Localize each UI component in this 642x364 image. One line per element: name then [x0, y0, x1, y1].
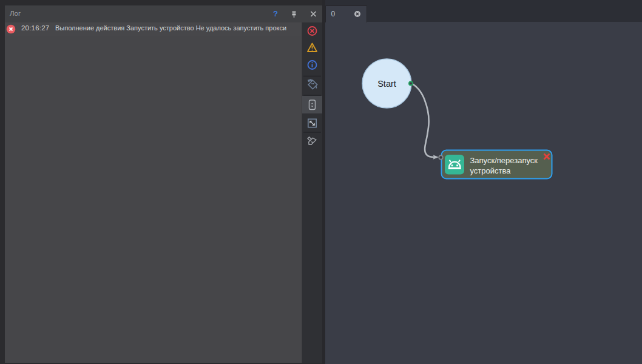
svg-text:Запуск/перезапуск: Запуск/перезапуск [470, 156, 538, 165]
svg-text:0: 0 [331, 10, 336, 18]
svg-text:устройства: устройства [470, 166, 512, 175]
svg-text:Start: Start [377, 79, 396, 89]
